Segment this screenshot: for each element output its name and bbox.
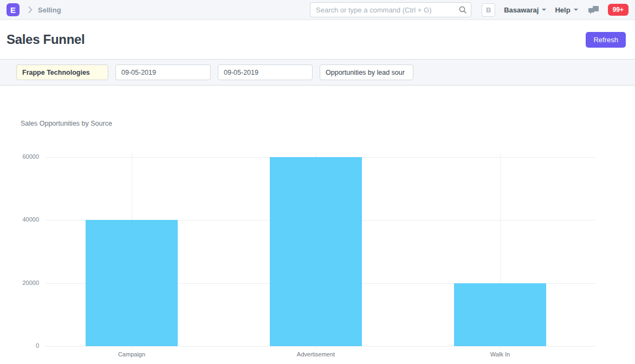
navbar: E Selling B Basawaraj Help 99+ <box>0 0 635 20</box>
breadcrumb[interactable]: Selling <box>38 6 61 14</box>
y-tick-label: 60000 <box>9 153 39 160</box>
user-menu[interactable]: Basawaraj <box>504 6 546 14</box>
sales-funnel-chart: Sales Opportunities by Source 0200004000… <box>0 86 635 364</box>
user-name: Basawaraj <box>504 6 539 14</box>
help-label: Help <box>555 6 570 14</box>
page-title: Sales Funnel <box>7 32 85 47</box>
bar <box>86 220 178 346</box>
bar <box>454 283 546 346</box>
chevron-down-icon <box>574 9 578 11</box>
chevron-right-icon <box>28 6 33 13</box>
app-logo-letter: E <box>10 5 16 15</box>
x-tick-label: Advertisement <box>273 351 359 358</box>
company-filter[interactable] <box>16 64 108 80</box>
chart-type-filter[interactable] <box>320 64 413 80</box>
help-menu[interactable]: Help <box>555 6 578 14</box>
x-tick-label: Walk In <box>457 351 543 358</box>
search-input[interactable] <box>310 2 471 17</box>
y-tick-label: 20000 <box>9 280 39 286</box>
filter-bar <box>0 59 635 86</box>
y-tick-label: 40000 <box>9 216 39 223</box>
avatar[interactable]: B <box>482 3 495 17</box>
navbar-left: E Selling <box>7 0 61 20</box>
page-head: Sales Funnel Refresh <box>0 20 635 59</box>
refresh-button[interactable]: Refresh <box>586 32 626 48</box>
chat-icon[interactable] <box>588 5 599 15</box>
y-gridline <box>46 346 595 347</box>
chart-title: Sales Opportunities by Source <box>21 120 112 127</box>
to-date-filter[interactable] <box>218 64 313 80</box>
bar <box>270 157 362 346</box>
notifications-badge[interactable]: 99+ <box>608 4 628 16</box>
chevron-down-icon <box>542 9 546 11</box>
y-tick-label: 0 <box>9 342 39 349</box>
from-date-filter[interactable] <box>115 64 211 80</box>
navbar-right: B Basawaraj Help 99+ <box>482 0 628 20</box>
x-tick-label: Campaign <box>88 351 175 358</box>
global-search <box>310 2 471 17</box>
avatar-initial: B <box>486 6 491 14</box>
search-icon <box>459 6 466 16</box>
app-logo[interactable]: E <box>7 3 20 16</box>
